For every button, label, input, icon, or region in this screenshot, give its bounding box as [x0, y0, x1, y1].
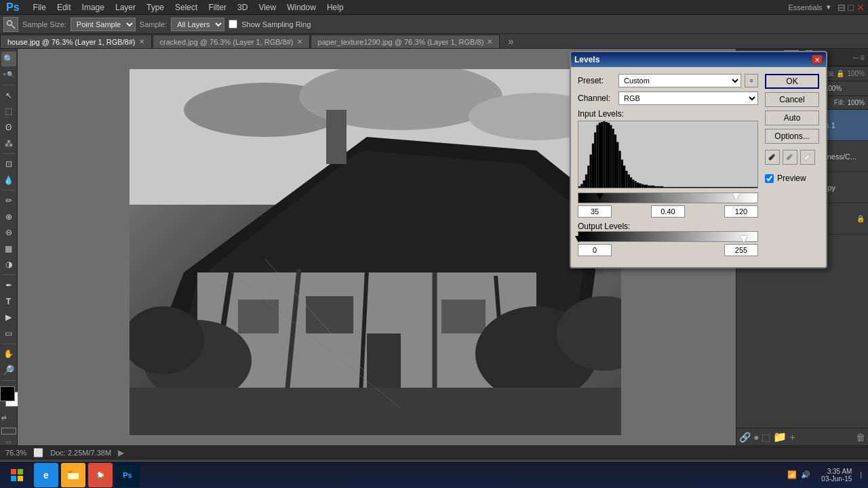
preset-select[interactable]: Custom	[618, 74, 741, 87]
svg-rect-53	[603, 121, 605, 188]
gray-eyedropper-btn[interactable]	[783, 150, 797, 165]
close-tab-house[interactable]: ✕	[139, 38, 144, 45]
tool-brush[interactable]: ✏	[1, 193, 16, 208]
menu-help[interactable]: Help	[321, 1, 349, 14]
explorer-icon[interactable]	[61, 463, 85, 487]
add-mask-btn[interactable]: ⬚	[762, 432, 770, 443]
options-button[interactable]: Options...	[765, 129, 819, 144]
channel-select[interactable]: RGB	[618, 92, 758, 105]
input-white-slider[interactable]	[736, 193, 743, 204]
chrome-icon[interactable]	[88, 463, 113, 487]
menu-filter[interactable]: Filter	[203, 1, 232, 14]
tool-quick-select[interactable]: ⁂	[1, 136, 16, 151]
close-tab-cracked[interactable]: ✕	[297, 38, 302, 45]
svg-rect-75	[652, 186, 654, 188]
menu-view[interactable]: View	[253, 1, 281, 14]
tool-lasso[interactable]: ʘ	[1, 120, 16, 135]
create-layer-btn[interactable]: +	[789, 432, 795, 443]
create-group-btn[interactable]: 📁	[773, 430, 787, 443]
svg-rect-92	[68, 473, 79, 479]
status-expand-icon[interactable]: ▶	[118, 448, 124, 458]
document-tabs: house.jpg @ 76.3% (Layer 1, RGB/8#) ✕ cr…	[0, 34, 868, 49]
menu-layer[interactable]: Layer	[110, 1, 141, 14]
menu-type[interactable]: Type	[141, 1, 170, 14]
link-layers-btn[interactable]: 🔗	[739, 432, 751, 443]
tab-house[interactable]: house.jpg @ 76.3% (Layer 1, RGB/8#) ✕	[0, 35, 152, 48]
sample-size-select[interactable]: Point Sample	[71, 18, 136, 31]
svg-rect-67	[635, 181, 637, 188]
menu-select[interactable]: Select	[170, 1, 203, 14]
tool-dodge[interactable]: ◑	[1, 258, 16, 272]
tool-color-sampler[interactable]: +🔍	[1, 68, 16, 83]
cancel-button[interactable]: Cancel	[765, 92, 819, 107]
black-eyedropper-btn[interactable]	[765, 150, 780, 165]
output-white-value[interactable]	[724, 244, 758, 256]
output-levels-label: Output Levels:	[578, 222, 630, 231]
close-tab-paper[interactable]: ✕	[487, 38, 492, 45]
ok-button[interactable]: OK	[765, 74, 819, 89]
input-gamma-value[interactable]	[651, 205, 685, 218]
ps-logo: Ps	[3, 1, 22, 14]
svg-rect-76	[654, 186, 656, 188]
output-black-slider[interactable]	[578, 236, 585, 243]
panel-menu-icon[interactable]: ≡	[860, 53, 865, 62]
output-values-row	[578, 244, 758, 256]
levels-dialog: Levels ✕ Preset: Custom ≡ Channel: RGB	[570, 51, 827, 268]
tool-move[interactable]: ↖	[1, 88, 16, 103]
menu-edit[interactable]: Edit	[52, 1, 77, 14]
tool-eyedropper2[interactable]: 💧	[1, 173, 16, 188]
input-gamma-slider[interactable]	[665, 193, 672, 204]
tool-stamp[interactable]: ⊕	[1, 209, 16, 224]
svg-rect-51	[599, 123, 601, 188]
preset-menu-btn[interactable]: ≡	[745, 74, 758, 87]
levels-titlebar: Levels ✕	[571, 52, 826, 67]
menu-window[interactable]: Window	[281, 1, 321, 14]
foreground-color[interactable]	[0, 386, 15, 401]
show-sampling-ring-checkbox[interactable]	[229, 20, 237, 28]
auto-button[interactable]: Auto	[765, 110, 819, 125]
zoom-level: 76.3%	[5, 449, 26, 457]
input-black-slider[interactable]	[599, 193, 607, 204]
input-white-value[interactable]	[724, 205, 758, 218]
ie-icon[interactable]: e	[34, 463, 58, 487]
start-button[interactable]	[3, 463, 31, 487]
svg-rect-15	[306, 296, 353, 333]
tab-cracked[interactable]: cracked.jpg @ 76.3% (Layer 1, RGB/8#) ✕	[153, 35, 310, 48]
tool-healing[interactable]: ⊖	[1, 226, 16, 241]
sample-size-label: Sample Size:	[22, 20, 66, 28]
input-black-value[interactable]	[578, 205, 612, 218]
tool-eyedropper[interactable]: 🔍	[1, 52, 16, 66]
svg-rect-57	[612, 129, 614, 188]
tool-hand[interactable]: ✋	[1, 346, 16, 361]
menu-file[interactable]: File	[28, 1, 52, 14]
show-desktop-btn[interactable]: |	[857, 471, 865, 479]
quick-mask-icon[interactable]	[1, 428, 16, 434]
tool-zoom[interactable]: 🔎	[1, 363, 16, 378]
tab-paper[interactable]: paper_texture1290.jpg @ 76.3% (Layer 1, …	[311, 35, 500, 48]
photo-content	[130, 69, 621, 435]
tool-marquee[interactable]: ⬚	[1, 104, 16, 119]
svg-rect-81	[666, 187, 668, 188]
preview-checkbox[interactable]	[765, 174, 774, 183]
output-white-slider[interactable]	[744, 236, 751, 243]
output-black-value[interactable]	[578, 244, 612, 256]
panel-minimize-icon[interactable]: ─	[852, 53, 859, 62]
sample-select[interactable]: All Layers	[171, 18, 224, 31]
white-eyedropper-btn[interactable]	[800, 150, 815, 165]
delete-layer-btn[interactable]: 🗑	[856, 432, 865, 443]
tool-path-select[interactable]: ▶	[1, 310, 16, 325]
svg-rect-48	[592, 144, 594, 188]
menu-3d[interactable]: 3D	[232, 1, 253, 14]
swap-colors-icon[interactable]: ⇄	[1, 414, 7, 421]
photoshop-taskbar-icon[interactable]: Ps	[115, 463, 140, 487]
add-adjustment-btn[interactable]: ●	[753, 432, 759, 443]
tool-shape[interactable]: ▭	[1, 326, 16, 341]
levels-close-btn[interactable]: ✕	[812, 55, 823, 64]
menu-image[interactable]: Image	[77, 1, 110, 14]
screen-mode-icon[interactable]: ▭	[5, 439, 12, 445]
tool-gradient[interactable]: ▦	[1, 241, 16, 256]
tool-pen[interactable]: ✒	[1, 278, 16, 293]
tool-text[interactable]: T	[1, 294, 16, 309]
svg-rect-43	[580, 184, 583, 188]
tool-crop[interactable]: ⊡	[1, 157, 16, 171]
